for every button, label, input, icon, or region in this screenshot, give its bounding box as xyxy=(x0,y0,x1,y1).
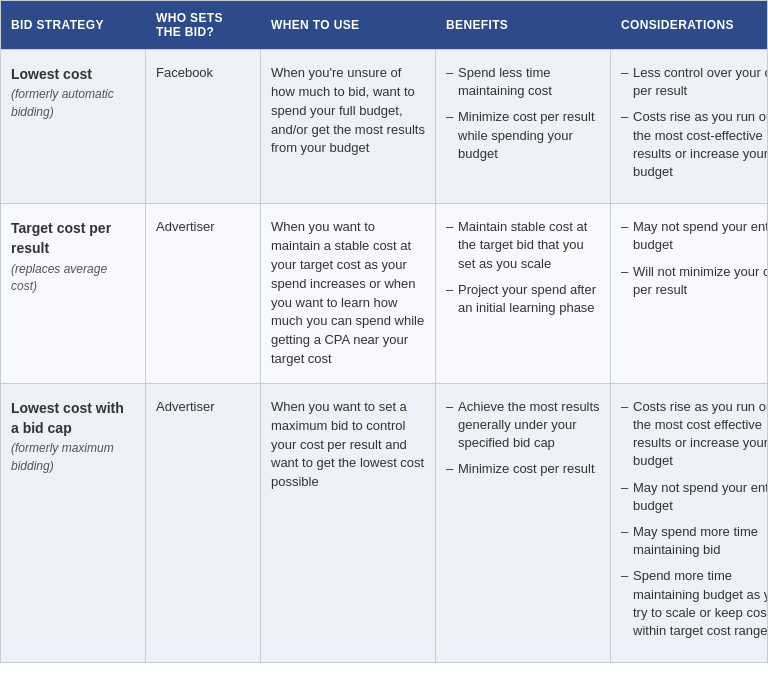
considerations-3: Costs rise as you run out of the most co… xyxy=(611,384,768,662)
when-to-use-2: When you want to maintain a stable cost … xyxy=(261,204,436,383)
table-row: Lowest cost with a bid cap (formerly max… xyxy=(1,383,767,662)
header-benefits: BENEFITS xyxy=(436,1,611,49)
strategy-subtitle: (formerly maximum bidding) xyxy=(11,440,135,475)
consideration-item: May not spend your entire budget xyxy=(621,218,768,254)
considerations-2: May not spend your entire budget Will no… xyxy=(611,204,768,383)
bid-strategy-table: BID STRATEGY WHO SETS THE BID? WHEN TO U… xyxy=(0,0,768,663)
consideration-item: Spend more time maintaining budget as yo… xyxy=(621,567,768,640)
header-considerations: CONSIDERATIONS xyxy=(611,1,768,49)
consideration-item: Will not minimize your cost per result xyxy=(621,263,768,299)
strategy-lowest-cost: Lowest cost (formerly automatic bidding) xyxy=(1,50,146,203)
benefits-2: Maintain stable cost at the target bid t… xyxy=(436,204,611,383)
benefit-item: Maintain stable cost at the target bid t… xyxy=(446,218,600,273)
header-who-sets: WHO SETS THE BID? xyxy=(146,1,261,49)
table-row: Target cost per result (replaces average… xyxy=(1,203,767,383)
table-row: Lowest cost (formerly automatic bidding)… xyxy=(1,49,767,203)
consideration-item: May not spend your entire budget xyxy=(621,479,768,515)
consideration-item: Costs rise as you run out of the most co… xyxy=(621,398,768,471)
strategy-name: Target cost per result xyxy=(11,218,135,259)
benefit-item: Project your spend after an initial lear… xyxy=(446,281,600,317)
consideration-item: Less control over your cost per result xyxy=(621,64,768,100)
header-bid-strategy: BID STRATEGY xyxy=(1,1,146,49)
strategy-subtitle: (replaces average cost) xyxy=(11,261,135,296)
when-to-use-3: When you want to set a maximum bid to co… xyxy=(261,384,436,662)
benefits-3: Achieve the most results generally under… xyxy=(436,384,611,662)
strategy-name: Lowest cost xyxy=(11,64,135,84)
considerations-1: Less control over your cost per result C… xyxy=(611,50,768,203)
benefit-item: Spend less time maintaining cost xyxy=(446,64,600,100)
table-header: BID STRATEGY WHO SETS THE BID? WHEN TO U… xyxy=(1,1,767,49)
header-when-to-use: WHEN TO USE xyxy=(261,1,436,49)
who-sets-1: Facebook xyxy=(146,50,261,203)
who-sets-3: Advertiser xyxy=(146,384,261,662)
who-sets-2: Advertiser xyxy=(146,204,261,383)
benefits-1: Spend less time maintaining cost Minimiz… xyxy=(436,50,611,203)
strategy-target-cost: Target cost per result (replaces average… xyxy=(1,204,146,383)
when-to-use-1: When you're unsure of how much to bid, w… xyxy=(261,50,436,203)
benefit-item: Minimize cost per result xyxy=(446,460,600,478)
strategy-subtitle: (formerly automatic bidding) xyxy=(11,86,135,121)
strategy-name: Lowest cost with a bid cap xyxy=(11,398,135,439)
consideration-item: Costs rise as you run out of the most co… xyxy=(621,108,768,181)
strategy-bid-cap: Lowest cost with a bid cap (formerly max… xyxy=(1,384,146,662)
benefit-item: Minimize cost per result while spending … xyxy=(446,108,600,163)
benefit-item: Achieve the most results generally under… xyxy=(446,398,600,453)
consideration-item: May spend more time maintaining bid xyxy=(621,523,768,559)
